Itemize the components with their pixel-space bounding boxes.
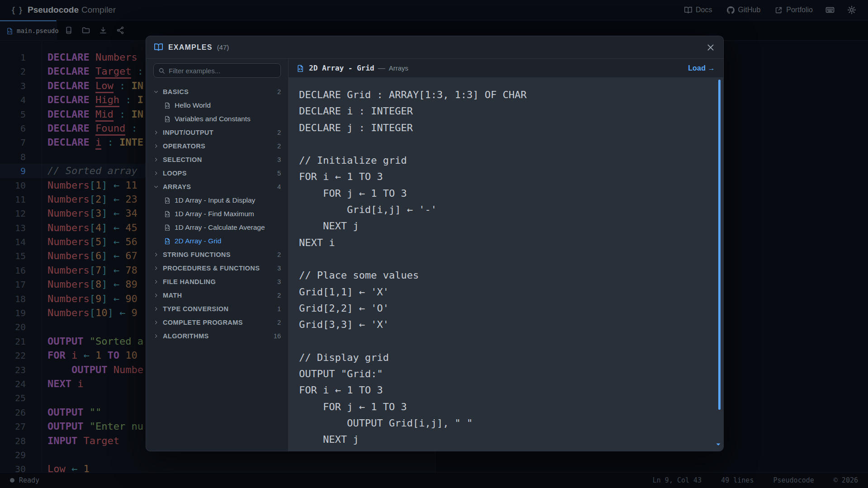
preview-code-line xyxy=(299,333,723,349)
preview-category: Arrays xyxy=(389,64,408,72)
file-code-icon xyxy=(164,224,171,231)
category-count: 3 xyxy=(277,156,281,163)
chevron-right-icon xyxy=(153,171,159,176)
load-button[interactable]: Load → xyxy=(688,64,715,72)
preview-code-line: Grid[i,j] ← '-' xyxy=(299,202,723,218)
example-item[interactable]: Hello World xyxy=(146,99,288,112)
category-label: TYPE CONVERSION xyxy=(163,305,228,313)
filter-input[interactable] xyxy=(169,67,276,75)
file-code-icon xyxy=(164,211,171,217)
preview-scroll-down-indicator xyxy=(715,441,722,448)
category-label: INPUT/OUTPUT xyxy=(163,129,213,136)
category-label: SELECTION xyxy=(163,156,202,163)
category-count: 2 xyxy=(277,251,281,258)
preview-scrollbar-thumb[interactable] xyxy=(718,80,721,410)
example-item-label: 1D Array - Calculate Average xyxy=(175,223,265,232)
category-file-handling[interactable]: FILE HANDLING3 xyxy=(146,275,288,289)
category-label: FILE HANDLING xyxy=(163,278,216,285)
category-procedures-functions[interactable]: PROCEDURES & FUNCTIONS3 xyxy=(146,261,288,275)
category-count: 3 xyxy=(277,278,281,285)
category-label: PROCEDURES & FUNCTIONS xyxy=(163,265,260,272)
category-count: 2 xyxy=(277,129,281,136)
example-item-label: 1D Array - Find Maximum xyxy=(175,210,254,218)
chevron-right-icon xyxy=(153,333,159,339)
category-label: MATH xyxy=(163,292,182,299)
example-preview: 2D Array - Grid — Arrays Load → DECLARE … xyxy=(289,59,723,451)
examples-modal: EXAMPLES (47) BASICS2Hello WorldVariable… xyxy=(146,36,724,451)
example-item[interactable]: 1D Array - Input & Display xyxy=(146,194,288,207)
category-count: 1 xyxy=(277,305,281,313)
preview-code-line: Grid[1,1] ← 'X' xyxy=(299,284,723,300)
preview-code-line: OUTPUT "Grid:" xyxy=(299,366,723,382)
file-code-icon xyxy=(164,197,171,204)
category-count: 2 xyxy=(277,142,281,150)
examples-count: (47) xyxy=(217,43,229,51)
examples-book-icon xyxy=(154,43,163,52)
preview-code-line: DECLARE j : INTEGER xyxy=(299,120,723,136)
chevron-right-icon xyxy=(153,252,159,257)
chevron-right-icon xyxy=(153,306,159,312)
preview-code-line xyxy=(299,251,723,267)
category-algorithms[interactable]: ALGORITHMS16 xyxy=(146,329,288,343)
category-label: COMPLETE PROGRAMS xyxy=(163,319,243,326)
preview-code-line xyxy=(299,136,723,152)
category-label: LOOPS xyxy=(163,170,187,177)
preview-code-line: // Place some values xyxy=(299,267,723,284)
category-math[interactable]: MATH2 xyxy=(146,289,288,302)
example-item-label: Hello World xyxy=(175,101,211,109)
preview-code-line: DECLARE i : INTEGER xyxy=(299,103,723,119)
example-item[interactable]: 2D Array - Grid xyxy=(146,234,288,248)
filter-field xyxy=(153,63,281,78)
chevron-right-icon xyxy=(153,157,159,162)
preview-header: 2D Array - Grid — Arrays Load → xyxy=(289,59,723,78)
preview-code-line: DECLARE Grid : ARRAY[1:3, 1:3] OF CHAR xyxy=(299,87,723,103)
category-count: 4 xyxy=(277,183,281,190)
preview-code-line: // Display grid xyxy=(299,350,723,366)
chevron-right-icon xyxy=(153,293,159,298)
search-icon xyxy=(158,67,165,74)
category-basics[interactable]: BASICS2 xyxy=(146,85,288,99)
category-loops[interactable]: LOOPS5 xyxy=(146,166,288,180)
preview-code-line: FOR j ← 1 TO 3 xyxy=(299,399,723,415)
preview-code-line: NEXT j xyxy=(299,431,723,448)
preview-code-line: NEXT i xyxy=(299,235,723,251)
preview-code-line: FOR i ← 1 TO 3 xyxy=(299,382,723,398)
category-type-conversion[interactable]: TYPE CONVERSION1 xyxy=(146,302,288,316)
preview-code-line: NEXT j xyxy=(299,218,723,234)
category-selection[interactable]: SELECTION3 xyxy=(146,153,288,166)
category-count: 3 xyxy=(277,265,281,272)
preview-separator: — xyxy=(378,64,385,72)
chevron-right-icon xyxy=(153,265,159,271)
category-label: BASICS xyxy=(163,88,189,95)
category-count: 2 xyxy=(277,292,281,299)
chevron-right-icon xyxy=(153,320,159,325)
preview-code-line: Grid[3,3] ← 'X' xyxy=(299,317,723,333)
example-item[interactable]: 1D Array - Find Maximum xyxy=(146,207,288,221)
examples-sidebar: BASICS2Hello WorldVariables and Constant… xyxy=(146,59,289,451)
category-count: 2 xyxy=(277,88,281,95)
chevron-down-icon xyxy=(153,184,159,190)
example-item[interactable]: Variables and Constants xyxy=(146,112,288,126)
category-input-output[interactable]: INPUT/OUTPUT2 xyxy=(146,126,288,139)
close-button[interactable] xyxy=(706,43,715,52)
preview-code-line: // Initialize grid xyxy=(299,152,723,169)
category-string-functions[interactable]: STRING FUNCTIONS2 xyxy=(146,248,288,261)
preview-title: 2D Array - Grid xyxy=(309,64,375,72)
category-operators[interactable]: OPERATORS2 xyxy=(146,139,288,153)
category-arrays[interactable]: ARRAYS4 xyxy=(146,180,288,194)
preview-code[interactable]: DECLARE Grid : ARRAY[1:3, 1:3] OF CHARDE… xyxy=(289,78,723,451)
file-code-icon xyxy=(164,102,171,109)
modal-title: EXAMPLES xyxy=(168,43,213,52)
category-count: 2 xyxy=(277,319,281,326)
category-label: OPERATORS xyxy=(163,142,205,150)
example-item-label: 1D Array - Input & Display xyxy=(175,196,255,204)
examples-modal-header: EXAMPLES (47) xyxy=(146,36,723,59)
category-label: STRING FUNCTIONS xyxy=(163,251,231,258)
preview-code-line: FOR j ← 1 TO 3 xyxy=(299,185,723,202)
file-code-icon xyxy=(297,65,304,72)
category-complete-programs[interactable]: COMPLETE PROGRAMS2 xyxy=(146,316,288,329)
example-item[interactable]: 1D Array - Calculate Average xyxy=(146,221,288,234)
preview-code-line: FOR i ← 1 TO 3 xyxy=(299,169,723,185)
chevron-right-icon xyxy=(153,130,159,135)
preview-code-line: Grid[2,2] ← 'O' xyxy=(299,300,723,317)
